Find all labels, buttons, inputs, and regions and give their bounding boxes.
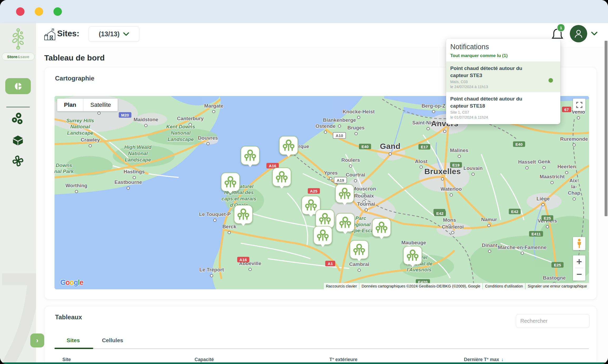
sites-label: Sites:	[57, 29, 79, 38]
brand-plant-logo-icon	[6, 28, 30, 50]
map-label: Le Touquet-P	[199, 211, 231, 222]
map-label: Charleroi	[442, 224, 464, 234]
sidebar-item-dashboard[interactable]	[5, 78, 31, 94]
map-label: Malines	[450, 147, 468, 158]
sensor-plant-icon	[352, 243, 366, 256]
map-label: Ruremonde	[560, 136, 588, 146]
site-marker[interactable]	[350, 240, 369, 259]
column-header-t-ext-rieure[interactable]: T° extérieure	[329, 357, 357, 362]
notifications-popover: Notifications Tout marquer comme lu (1) …	[446, 39, 560, 124]
map-label: Aix-la-Chap	[567, 178, 582, 200]
map-label: Crawley	[81, 137, 100, 147]
google-logo-letter: o	[70, 279, 74, 286]
site-marker[interactable]	[279, 136, 298, 155]
map-label: Courtrai	[346, 172, 365, 182]
close-window-button[interactable]	[16, 7, 24, 16]
avatar[interactable]	[570, 25, 587, 42]
column-header-derni-re-t-max[interactable]: Dernière T° max↓	[464, 357, 503, 362]
sensor-plant-icon	[318, 212, 332, 226]
zoom-in-button[interactable]: +	[573, 255, 585, 268]
map-type-toggle: Plan Satellite	[57, 99, 118, 111]
road-badge: E25	[551, 262, 563, 268]
road-badge: E19	[450, 162, 462, 168]
map-fullscreen-button[interactable]	[573, 99, 585, 111]
site-marker[interactable]	[221, 173, 240, 191]
map-label: Gand	[380, 141, 401, 155]
google-logo-letter: o	[66, 279, 70, 286]
site-marker[interactable]	[313, 226, 332, 245]
sort-descending-icon: ↓	[501, 357, 503, 362]
sensor-plant-icon	[224, 175, 237, 189]
site-marker[interactable]	[403, 246, 422, 265]
notifications-title: Notifications	[446, 43, 560, 51]
map-attribution: Raccourcis clavierDonnées cartographique…	[323, 283, 589, 289]
sensor-plant-icon	[338, 187, 352, 200]
chevron-right-icon: ›	[36, 336, 38, 345]
mark-all-read-link[interactable]: Tout marquer comme lu (1)	[446, 53, 560, 62]
sites-count-value: (13/13)	[99, 30, 120, 38]
site-marker[interactable]	[336, 213, 355, 232]
google-logo-letter: G	[60, 279, 66, 286]
notification-title: Point chaud détecté autour du capteur ST…	[450, 95, 537, 109]
map-label: Bruxelles	[424, 166, 461, 181]
sensor-plant-icon	[236, 208, 250, 221]
column-header-site[interactable]: Site	[62, 357, 71, 362]
sidebar-item-storage[interactable]	[10, 133, 26, 148]
map-label: Namur	[481, 217, 497, 227]
attribution-text[interactable]: Conditions d'utilisation	[483, 283, 525, 289]
search-input[interactable]	[516, 314, 590, 328]
map-label: Le Tréport	[199, 267, 224, 277]
map-label: Hastings	[123, 169, 145, 179]
road-badge: E42	[509, 209, 521, 214]
notification-item[interactable]: Point chaud détecté autour du capteur ST…	[446, 62, 560, 92]
attribution-text[interactable]: Signaler une erreur cartographique	[526, 283, 589, 289]
notification-date: le 24/07/2024 à 11h13	[450, 85, 556, 89]
cartography-title: Cartographie	[55, 75, 94, 82]
map-label: Roulers	[341, 157, 360, 168]
map-label: th Downs tional Park	[55, 162, 74, 175]
tab-sites[interactable]: Sites	[67, 337, 80, 343]
map-type-satellite-button[interactable]: Satellite	[83, 99, 118, 111]
zoom-out-button[interactable]: −	[573, 268, 585, 281]
page-title: Tableau de bord	[44, 53, 105, 62]
account-chevron-down-icon[interactable]	[591, 31, 597, 37]
map-label: Surrey Hills National Landscape	[66, 118, 94, 136]
pegman-icon	[576, 239, 583, 249]
titlebar	[0, 0, 608, 23]
notification-title: Point chaud détecté autour du capteur ST…	[450, 65, 537, 79]
sidebar-item-sites[interactable]	[10, 111, 26, 127]
column-header-capacit-[interactable]: Capacité	[195, 357, 214, 362]
sites-count-dropdown[interactable]: (13/13)	[88, 26, 139, 42]
map-label: Louvain	[463, 165, 483, 176]
person-icon	[573, 28, 584, 39]
map-label: Tournai	[357, 201, 375, 211]
keyboard-shortcuts-link[interactable]: Raccourcis clavier	[324, 283, 359, 289]
site-marker[interactable]	[234, 205, 253, 224]
tab-cellules[interactable]: Cellules	[102, 337, 123, 343]
map-type-plan-button[interactable]: Plan	[57, 99, 83, 111]
map-label: Worthing	[66, 183, 87, 193]
sidebar-expand-button[interactable]: ›	[30, 333, 44, 347]
sidebar-item-ventilation[interactable]	[10, 153, 26, 169]
road-badge: E25	[541, 215, 553, 221]
pegman-control[interactable]	[573, 237, 585, 250]
site-marker[interactable]	[241, 146, 260, 165]
notification-item[interactable]: Point chaud détecté autour du capteur ST…	[446, 92, 560, 123]
google-logo-letter: g	[74, 279, 78, 286]
site-marker[interactable]	[372, 218, 391, 237]
road-badge: A10	[333, 132, 346, 139]
site-marker[interactable]	[272, 168, 291, 186]
maximize-window-button[interactable]	[53, 7, 62, 16]
sensor-plant-icon	[338, 216, 352, 230]
sidebar-watermark	[0, 272, 39, 364]
site-marker[interactable]	[315, 209, 334, 228]
minimize-window-button[interactable]	[35, 7, 43, 16]
sidebar: Store&save	[0, 23, 36, 364]
brand-badge: Store&save	[2, 53, 34, 60]
map-label: Margate	[204, 103, 224, 113]
sensor-plant-icon	[243, 149, 257, 162]
site-marker[interactable]	[335, 184, 354, 203]
vertical-scrollbar[interactable]	[605, 41, 607, 216]
google-map[interactable]: Plan Satellite	[55, 96, 589, 289]
sensor-plant-icon	[275, 170, 289, 184]
